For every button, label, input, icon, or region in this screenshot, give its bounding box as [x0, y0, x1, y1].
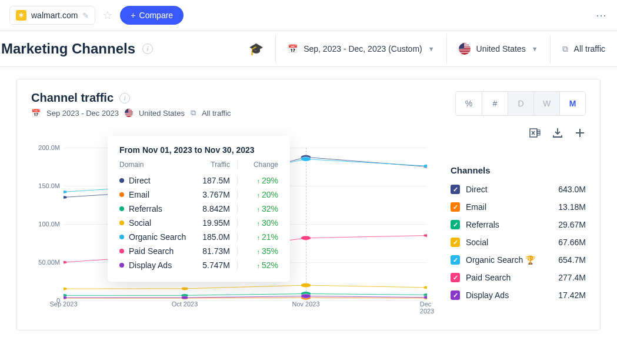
legend: Channels ✓ Direct 643.0M ✓ Email 13.18M …	[451, 148, 586, 318]
y-tick-label: 50.00M	[38, 259, 60, 266]
tooltip-change-value: ↑30%	[237, 218, 278, 228]
us-flag-icon	[125, 109, 133, 117]
checkbox-icon[interactable]: ✓	[451, 238, 460, 247]
series-dot-icon	[119, 249, 124, 253]
tooltip-traffic-value: 8.842M	[189, 204, 230, 213]
walmart-logo-icon: ✶	[16, 10, 26, 21]
checkbox-icon[interactable]: ✓	[451, 290, 460, 300]
tooltip-traffic-value: 3.767M	[189, 190, 230, 199]
arrow-up-icon: ↑	[256, 220, 260, 227]
compare-button[interactable]: + Compare	[120, 6, 184, 25]
education-icon[interactable]: 🎓	[237, 42, 275, 56]
checkbox-icon[interactable]: ✓	[451, 220, 460, 229]
checkbox-icon[interactable]: ✓	[451, 185, 460, 194]
star-icon[interactable]: ☆	[102, 8, 113, 22]
legend-item[interactable]: ✓ Email 13.18M	[451, 202, 586, 212]
series-dot-icon	[119, 178, 124, 183]
legend-label: Paid Search	[466, 273, 511, 282]
plus-icon: +	[131, 11, 135, 20]
series-dot-icon	[119, 221, 124, 225]
toggle-week[interactable]: W	[533, 92, 559, 115]
card-title-text: Channel traffic	[31, 91, 114, 105]
sub-date: Sep 2023 - Dec 2023	[46, 109, 119, 118]
card-title: Channel traffic i	[31, 91, 231, 105]
tooltip-row: Paid Search 81.73M ↑35%	[119, 244, 278, 258]
tooltip-traffic-value: 19.95M	[189, 218, 230, 228]
tooltip-col-change: Change	[237, 161, 278, 169]
tooltip-row: Organic Search 185.0M ↑21%	[119, 230, 278, 244]
legend-item[interactable]: ✓ Social 67.66M	[451, 238, 586, 247]
legend-item[interactable]: ✓ Paid Search 277.4M	[451, 273, 586, 282]
sub-traffic: All traffic	[202, 109, 231, 118]
legend-value: 654.7M	[558, 255, 586, 265]
excel-icon[interactable]	[529, 127, 541, 142]
svg-point-29	[181, 296, 188, 299]
arrow-up-icon: ↑	[256, 178, 260, 185]
toggle-day[interactable]: D	[508, 92, 533, 115]
svg-point-4	[64, 196, 67, 199]
tooltip-change-value: ↑32%	[237, 204, 278, 213]
calendar-icon: 📅	[288, 44, 298, 54]
traffic-filter[interactable]: ⧉ All traffic	[550, 35, 617, 64]
legend-value: 13.18M	[558, 202, 586, 212]
download-icon[interactable]	[552, 127, 563, 142]
checkbox-icon[interactable]: ✓	[451, 273, 460, 282]
sub-country: United States	[139, 109, 185, 118]
legend-label: Organic Search	[466, 255, 523, 265]
more-icon[interactable]: ⋯	[596, 9, 608, 22]
date-range-text: Sep, 2023 - Dec, 2023 (Custom)	[304, 44, 422, 54]
series-dot-icon	[119, 235, 124, 239]
arrow-up-icon: ↑	[256, 262, 260, 269]
country-filter[interactable]: United States ▼	[446, 34, 550, 64]
x-tick-label: Oct 2023	[172, 300, 198, 308]
toggle-month[interactable]: M	[559, 92, 585, 115]
card-subfilters: 📅 Sep 2023 - Dec 2023 United States ⧉ Al…	[31, 108, 231, 118]
topbar: ✶ walmart.com ✎ ☆ + Compare ⋯	[0, 0, 617, 31]
tooltip-series-name: Display Ads	[129, 261, 172, 270]
tooltip-row: Referrals 8.842M ↑32%	[119, 202, 278, 216]
svg-point-19	[423, 286, 427, 289]
legend-label: Email	[466, 202, 486, 212]
tooltip-traffic-value: 5.747M	[189, 261, 230, 270]
x-tick-label: Sep 2023	[49, 300, 77, 308]
pencil-icon[interactable]: ✎	[82, 11, 89, 20]
plus-icon[interactable]	[574, 127, 586, 142]
tooltip-series-name: Social	[129, 218, 151, 228]
series-dot-icon	[119, 192, 124, 197]
trophy-icon: 🏆	[525, 255, 535, 265]
legend-label: Display Ads	[466, 290, 509, 300]
date-range-filter[interactable]: 📅 Sep, 2023 - Dec, 2023 (Custom) ▼	[275, 35, 446, 63]
tooltip-change-value: ↑29%	[237, 176, 278, 185]
info-icon[interactable]: i	[142, 44, 153, 54]
site-domain: walmart.com	[31, 11, 78, 20]
legend-item[interactable]: ✓ Referrals 29.67M	[451, 220, 586, 229]
legend-item[interactable]: ✓ Display Ads 17.42M	[451, 290, 586, 300]
tooltip-change-value: ↑20%	[237, 190, 278, 199]
info-icon[interactable]: i	[119, 93, 130, 103]
toggle-number[interactable]: #	[482, 92, 508, 115]
toggle-percent[interactable]: %	[456, 92, 482, 115]
svg-point-16	[64, 288, 67, 290]
tooltip-traffic-value: 185.0M	[189, 232, 230, 242]
tooltip-traffic-value: 187.5M	[189, 176, 230, 185]
checkbox-icon[interactable]: ✓	[451, 255, 460, 265]
svg-point-26	[301, 236, 311, 240]
legend-item[interactable]: ✓ Direct 643.0M	[451, 185, 586, 194]
legend-item[interactable]: ✓ Organic Search 🏆 654.7M	[451, 255, 586, 265]
view-toggle-group: % # D W M	[455, 91, 586, 116]
devices-icon: ⧉	[562, 44, 568, 54]
tooltip-col-domain: Domain	[119, 161, 189, 169]
checkbox-icon[interactable]: ✓	[451, 202, 460, 212]
legend-value: 29.67M	[558, 220, 586, 229]
line-chart[interactable]: 050.00M100.0M150.0M200.0M Sep 2023Oct 20…	[31, 148, 427, 318]
traffic-filter-text: All traffic	[574, 44, 605, 54]
chevron-down-icon: ▼	[428, 45, 435, 52]
legend-label: Social	[466, 238, 488, 247]
site-selector[interactable]: ✶ walmart.com ✎	[9, 6, 95, 25]
page-title: Marketing Channels i	[0, 31, 153, 66]
tooltip-traffic-value: 81.73M	[189, 246, 230, 256]
arrow-up-icon: ↑	[256, 248, 260, 255]
legend-value: 17.42M	[558, 290, 586, 300]
legend-label: Direct	[466, 185, 488, 194]
tooltip-row: Social 19.95M ↑30%	[119, 216, 278, 230]
